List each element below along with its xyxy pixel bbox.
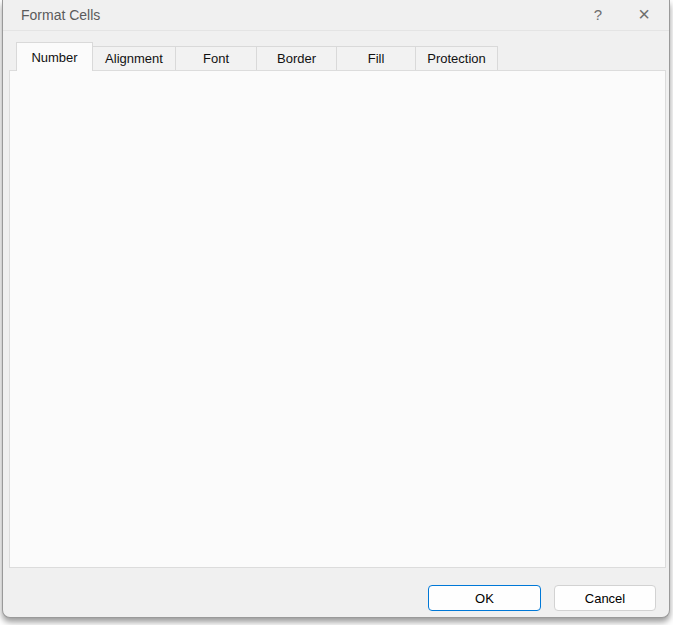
cancel-button[interactable]: Cancel xyxy=(554,585,656,611)
number-tab-panel xyxy=(9,70,666,568)
title-bar: Format Cells ? × xyxy=(3,0,669,31)
tab-border[interactable]: Border xyxy=(256,46,337,70)
help-button[interactable]: ? xyxy=(581,0,615,31)
tab-fill[interactable]: Fill xyxy=(336,46,416,70)
format-cells-dialog: Format Cells ? × Number Alignment Font B… xyxy=(2,0,670,618)
tab-font[interactable]: Font xyxy=(175,46,257,70)
tab-alignment[interactable]: Alignment xyxy=(92,46,176,70)
tab-strip: Number Alignment Font Border Fill Protec… xyxy=(16,42,498,71)
window-title: Format Cells xyxy=(21,7,100,23)
close-button[interactable]: × xyxy=(627,0,661,31)
tab-protection[interactable]: Protection xyxy=(415,46,498,70)
tab-number[interactable]: Number xyxy=(16,42,93,71)
help-icon: ? xyxy=(594,6,602,23)
close-icon: × xyxy=(638,3,650,25)
ok-button[interactable]: OK xyxy=(428,585,541,611)
